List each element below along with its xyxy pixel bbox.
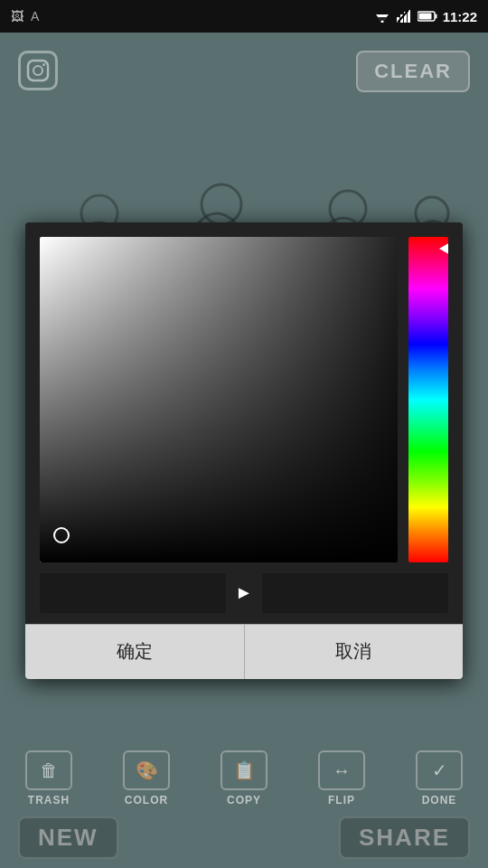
dialog-buttons: 确定 取消	[25, 624, 463, 679]
gradient-cursor	[53, 527, 70, 543]
status-time: 11:22	[443, 9, 477, 24]
cancel-button[interactable]: 取消	[245, 625, 464, 679]
status-bar: 🖼 A 11:22	[0, 0, 488, 33]
signal-blocked-icon	[396, 10, 412, 23]
wifi-icon	[374, 10, 390, 23]
dialog-overlay: ► 确定 取消	[0, 33, 488, 868]
status-right-icons: 11:22	[374, 9, 477, 24]
svg-rect-10	[435, 14, 436, 19]
svg-rect-11	[418, 14, 431, 20]
hue-slider[interactable]	[408, 237, 448, 562]
canvas-area: CLEAR	[0, 33, 488, 868]
text-icon: A	[31, 9, 39, 24]
color-gradient-panel[interactable]	[40, 237, 398, 562]
color-swatch-new	[262, 573, 448, 613]
color-preview-row: ►	[40, 573, 448, 613]
battery-icon	[418, 11, 437, 22]
image-icon: 🖼	[11, 9, 23, 24]
color-swatch-old	[40, 573, 226, 613]
confirm-button[interactable]: 确定	[25, 625, 245, 679]
hue-cursor	[439, 242, 448, 255]
status-left-icons: 🖼 A	[11, 9, 39, 24]
color-picker-dialog: ► 确定 取消	[25, 222, 463, 679]
arrow-right-icon: ►	[235, 582, 253, 603]
